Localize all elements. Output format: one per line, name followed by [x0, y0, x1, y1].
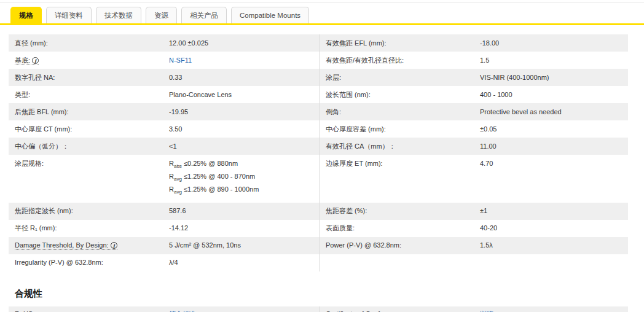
spec-value: 3.50: [169, 125, 319, 134]
spec-value: 1.5λ: [480, 241, 628, 250]
spec-value: Plano-Concave Lens: [169, 90, 319, 99]
spec-label: 类型:: [15, 90, 169, 99]
spec-value: 11.00: [480, 142, 628, 151]
compliance-row: RoHS: 符合标准 Certificate of Conformance: 浏…: [9, 306, 628, 312]
spec-value: -18.00: [480, 39, 628, 48]
spec-value: -14.12: [169, 224, 319, 233]
spec-row-irregularity: Irregularity (P-V) @ 632.8nm: λ/4: [9, 254, 628, 271]
spec-value: VIS-NIR (400-1000nm): [480, 73, 628, 82]
spec-row-diameter: 直径 (mm): 12.00 ±0.025 有效焦距 EFL (mm): -18…: [9, 34, 628, 52]
spec-label: 涂层规格:: [15, 159, 169, 168]
tab-bar: 规格 详细资料 技术数据 资源 相关产品 Compatible Mounts: [0, 2, 644, 23]
info-icon[interactable]: i: [32, 57, 39, 64]
spec-value: 400 - 1000: [480, 90, 628, 99]
tab-technical-data[interactable]: 技术数据: [96, 7, 141, 23]
spec-row-coating-spec: 涂层规格: Rabs ≤0.25% @ 880nm Ravg ≤1.25% @ …: [9, 155, 628, 203]
spec-value: 587.6: [169, 206, 319, 216]
spec-value: Protective bevel as needed: [480, 107, 628, 117]
spec-label: 半径 R₁ (mm):: [15, 224, 169, 233]
spec-label: 涂层:: [326, 73, 480, 82]
tab-resources[interactable]: 资源: [146, 7, 177, 23]
spec-label: Damage Threshold, By Design:i: [15, 241, 169, 250]
spec-value: 4.70: [480, 159, 628, 168]
spec-label: Power (P-V) @ 632.8nm:: [326, 241, 480, 250]
spec-label: 数字孔径 NA:: [15, 73, 169, 82]
spec-label: 中心厚度容差 (mm):: [326, 125, 480, 134]
spec-value: λ/4: [169, 258, 319, 267]
spec-label: 基底:i: [15, 56, 169, 65]
spec-label: 直径 (mm):: [15, 39, 169, 48]
spec-label: 有效焦距/有效孔径直径比:: [326, 56, 480, 65]
spec-value: 5 J/cm² @ 532nm, 10ns: [169, 241, 319, 250]
spec-row-design-wavelength: 焦距指定波长 (nm): 587.6 焦距容差 (%): ±1: [9, 203, 628, 220]
spec-value: ±0.05: [480, 125, 628, 134]
tab-related-products[interactable]: 相关产品: [181, 7, 227, 23]
tab-details[interactable]: 详细资料: [46, 7, 92, 23]
spec-label: 有效焦距 EFL (mm):: [326, 39, 480, 48]
spec-label: 表面质量:: [326, 224, 480, 233]
spec-label: 焦距容差 (%):: [326, 206, 480, 216]
certificate-label: Certificate of Conformance:: [326, 310, 480, 312]
substrate-link[interactable]: N-SF11: [169, 57, 192, 64]
tab-specs[interactable]: 规格: [10, 7, 42, 23]
tab-compatible-mounts[interactable]: Compatible Mounts: [231, 7, 309, 23]
spec-row-radius: 半径 R₁ (mm): -14.12 表面质量: 40-20: [9, 220, 628, 237]
coating-spec-value: Rabs ≤0.25% @ 880nm Ravg ≤1.25% @ 400 - …: [169, 159, 319, 198]
spec-label: Irregularity (P-V) @ 632.8nm:: [15, 258, 169, 267]
spec-row-centration: 中心偏（弧分）： <1 有效孔径 CA（mm）： 11.00: [9, 138, 628, 155]
info-icon[interactable]: i: [111, 242, 117, 249]
spec-label: 波长范围 (nm):: [326, 90, 480, 99]
substrate-label: 基底:i: [15, 57, 39, 65]
spec-table: 直径 (mm): 12.00 ±0.025 有效焦距 EFL (mm): -18…: [9, 34, 628, 271]
spec-row-bfl: 后焦距 BFL (mm): -19.95 倒角: Protective beve…: [9, 103, 628, 120]
compliance-table: RoHS: 符合标准 Certificate of Conformance: 浏…: [9, 306, 628, 312]
spec-value: -19.95: [169, 107, 319, 117]
spec-label: 边缘厚度 ET (mm):: [326, 159, 480, 168]
compliance-heading: 合规性: [15, 288, 644, 300]
spec-label: 后焦距 BFL (mm):: [15, 107, 169, 117]
spec-row-type: 类型: Plano-Concave Lens 波长范围 (nm): 400 - …: [9, 86, 628, 103]
spec-value: ±1: [480, 206, 628, 216]
spec-label: 倒角:: [326, 107, 480, 117]
tab-underline: [0, 23, 644, 25]
spec-value: 0.33: [169, 73, 319, 82]
spec-value: 40-20: [480, 224, 628, 233]
spec-row-damage-threshold: Damage Threshold, By Design:i 5 J/cm² @ …: [9, 237, 628, 254]
spec-label: 有效孔径 CA（mm）：: [326, 142, 480, 151]
spec-label: 焦距指定波长 (nm):: [15, 206, 169, 216]
spec-label: 中心偏（弧分）：: [15, 142, 169, 151]
spec-value: <1: [169, 142, 319, 151]
spec-row-substrate: 基底:i N-SF11 有效焦距/有效孔径直径比: 1.5: [9, 52, 628, 69]
spec-value: 12.00 ±0.025: [169, 39, 319, 48]
spec-row-ct: 中心厚度 CT (mm): 3.50 中心厚度容差 (mm): ±0.05: [9, 120, 628, 138]
spec-row-na: 数字孔径 NA: 0.33 涂层: VIS-NIR (400-1000nm): [9, 69, 628, 86]
rohs-label: RoHS:: [15, 310, 169, 312]
spec-value: 1.5: [480, 56, 628, 65]
spec-label: 中心厚度 CT (mm):: [15, 125, 169, 134]
damage-threshold-label: Damage Threshold, By Design:i: [15, 241, 117, 250]
